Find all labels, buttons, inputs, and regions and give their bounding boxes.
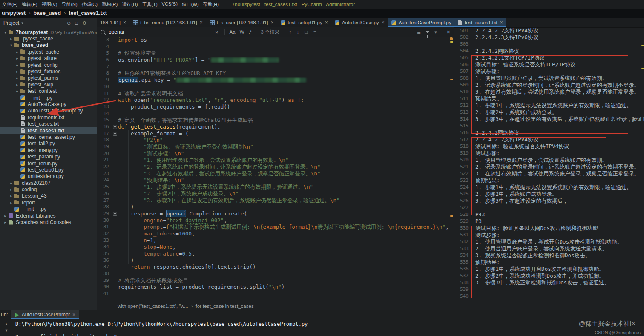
line-number[interactable]: 28 xyxy=(97,204,112,210)
tree-item-test-cases1-txt[interactable]: test_cases1.txt xyxy=(0,127,97,134)
line-number[interactable]: 8 xyxy=(97,70,112,77)
menu-item-w[interactable]: 窗口(W) xyxy=(180,1,201,8)
line-number[interactable]: 12 xyxy=(97,97,112,103)
tree-item-test-param-py[interactable]: test_param.py xyxy=(0,153,97,160)
tab-168-1-91[interactable]: 168.1.91]× xyxy=(97,18,129,27)
tab-autotestcase-py[interactable]: AutoTestCase.py× xyxy=(331,18,388,27)
line-number[interactable]: 36 xyxy=(97,257,112,264)
tab-t-s-user-192-168-1-91[interactable]: t_s_user [192.168.1.91]× xyxy=(206,18,277,27)
console-output[interactable]: D:\Python\Python38\python.exe D:\Python\… xyxy=(15,321,555,336)
search-in-selection-icon[interactable]: ≡ xyxy=(313,29,316,34)
editor-breadcrumb-item[interactable]: for test_case in test_cases xyxy=(196,304,254,309)
menu-item-u[interactable]: 运行(U) xyxy=(120,1,139,8)
line-number[interactable]: 23 xyxy=(97,170,112,177)
clear-search-icon[interactable]: × xyxy=(215,29,218,35)
tree-item-base-used[interactable]: ▾base_used xyxy=(0,42,97,49)
breadcrumb-item-base-used[interactable]: base_used xyxy=(33,10,61,16)
line-number[interactable]: 538 xyxy=(454,279,472,286)
line-number[interactable]: 22 xyxy=(97,164,112,170)
search-input[interactable]: openai xyxy=(105,29,215,35)
tree-item-pytest-allure[interactable]: ▸pytest_allure xyxy=(0,55,97,62)
fold-icon[interactable] xyxy=(113,132,117,136)
line-number[interactable]: 25 xyxy=(97,184,112,190)
menu-item-t[interactable]: 工具(T) xyxy=(141,1,159,8)
line-number[interactable]: 13 xyxy=(97,103,112,110)
tab-test-setup01-py[interactable]: test_setup01.py× xyxy=(277,18,331,27)
line-number[interactable]: 510 xyxy=(454,89,472,95)
line-number[interactable]: 521 xyxy=(454,164,472,170)
line-number[interactable]: 504 xyxy=(454,48,472,55)
scroll-down-icon[interactable]: ▼ xyxy=(5,328,9,333)
tree-item-autotestcaseprompt-py[interactable]: AutoTestCasePrompt.py xyxy=(0,108,97,114)
line-number[interactable]: 530 xyxy=(454,225,472,232)
line-number[interactable]: 26 xyxy=(97,190,112,197)
line-number[interactable]: 525 xyxy=(454,191,472,198)
line-number[interactable]: 18 xyxy=(97,137,112,144)
menu-item-h[interactable]: 帮助(H) xyxy=(201,1,221,8)
line-number[interactable]: 539 xyxy=(454,286,472,293)
line-number[interactable]: 27 xyxy=(97,197,112,204)
line-number[interactable]: 29 xyxy=(97,210,112,217)
locate-icon[interactable]: ⊙ xyxy=(67,20,71,26)
tree-item-test-fail2-py[interactable]: test_fail2.py xyxy=(0,141,97,147)
line-number[interactable]: 527 xyxy=(454,204,472,211)
line-number[interactable]: 38 xyxy=(97,270,112,277)
line-number[interactable]: 16 xyxy=(97,123,112,130)
menu-item-e[interactable]: 编辑(E) xyxy=(20,1,39,8)
inspections-indicator[interactable] xyxy=(450,37,453,40)
line-number[interactable]: 522 xyxy=(454,170,472,177)
menu-item-n[interactable]: 导航(N) xyxy=(60,1,79,8)
line-number[interactable]: 15 xyxy=(97,117,112,123)
line-number[interactable]: 513 xyxy=(454,109,472,116)
search-options-icon[interactable]: ≣ xyxy=(417,29,421,35)
tree-item-report[interactable]: ▸report xyxy=(0,199,97,206)
line-number[interactable]: 21 xyxy=(97,157,112,164)
run-tab[interactable]: AutoTestCasePrompt × xyxy=(11,310,79,319)
menu-item-f[interactable]: 文件(F) xyxy=(0,1,19,8)
regex-toggle[interactable]: .* xyxy=(249,29,252,34)
next-match-icon[interactable]: ↓ xyxy=(296,29,299,35)
line-number[interactable]: 9 xyxy=(97,77,112,83)
breadcrumb-item-urspytest[interactable]: urspytest xyxy=(2,10,26,16)
line-number[interactable]: 535 xyxy=(454,259,472,266)
menu-item-r[interactable]: 重构(R) xyxy=(100,1,119,8)
close-icon[interactable]: × xyxy=(382,20,385,26)
line-number[interactable]: 507 xyxy=(454,68,472,75)
collapse-all-icon[interactable]: ⊟ xyxy=(75,20,78,26)
tree-item-lesson-43[interactable]: ▸Lesson_43 xyxy=(0,193,97,199)
line-number[interactable]: 35 xyxy=(97,250,112,257)
tab-autotestcaseprompt-py[interactable]: AutoTestCasePrompt.py× xyxy=(388,18,460,27)
project-panel-title[interactable]: Project xyxy=(3,20,19,26)
prev-match-icon[interactable]: ↑ xyxy=(289,29,291,35)
line-number[interactable]: 529 xyxy=(454,218,472,225)
hide-icon[interactable]: ─ xyxy=(90,20,94,26)
line-number[interactable]: 531 xyxy=(454,232,472,238)
close-icon[interactable]: × xyxy=(123,20,126,26)
tree-item-pytest-fixtures[interactable]: ▸pytest_fixtures xyxy=(0,68,97,75)
tree-item-7hourspytest[interactable]: ▾7hourspytest D:\Python\PythonWork\7hour… xyxy=(0,29,97,35)
line-number[interactable]: 39 xyxy=(97,277,112,284)
line-number[interactable]: 501 xyxy=(454,27,472,34)
tree-item-init-py[interactable]: __init__.py xyxy=(0,95,97,101)
scroll-stripe[interactable] xyxy=(449,37,454,302)
line-number[interactable]: 508 xyxy=(454,75,472,82)
chevron-down-icon[interactable]: ▾ xyxy=(434,29,437,35)
editor-breadcrumb-item[interactable]: with open("test_cases1.txt", "w... xyxy=(118,304,188,309)
tree-item-pytest-config[interactable]: ▸pytest_config xyxy=(0,62,97,68)
line-number[interactable]: 534 xyxy=(454,252,472,259)
breadcrumb-item-test-cases1-txt[interactable]: test_cases1.txt xyxy=(69,10,107,16)
line-number[interactable]: 502 xyxy=(454,34,472,41)
tree-item-test-many-py[interactable]: test_many.py xyxy=(0,147,97,153)
close-icon[interactable]: × xyxy=(500,20,503,26)
fold-icon[interactable] xyxy=(113,125,117,129)
tree-item-class202107[interactable]: ▸class202107 xyxy=(0,180,97,186)
code-editor-right[interactable]: 5012.2.4.2.2支持IPV4协议5022.2.4.2.3支持IPv6协议… xyxy=(454,27,644,310)
line-number[interactable]: 520 xyxy=(454,157,472,164)
line-number[interactable]: 518 xyxy=(454,143,472,150)
match-case-toggle[interactable]: Aa xyxy=(230,29,236,34)
line-number[interactable]: 11 xyxy=(97,90,112,97)
line-number[interactable]: 33 xyxy=(97,237,112,244)
line-number[interactable]: 519 xyxy=(454,150,472,157)
line-number[interactable]: 526 xyxy=(454,198,472,204)
line-number[interactable]: 37 xyxy=(97,264,112,270)
